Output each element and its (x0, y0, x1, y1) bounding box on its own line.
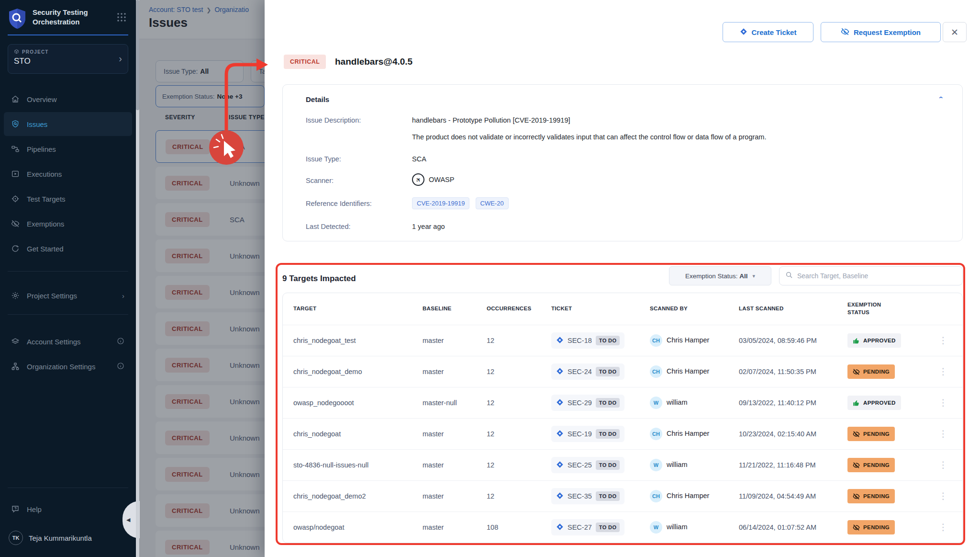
last-scanned-cell: 03/05/2024, 08:59:46 PM (739, 337, 847, 344)
sidebar-item-organization-settings[interactable]: Organization Settings (4, 354, 132, 378)
column-header: TICKET (551, 305, 604, 313)
scanned-by-cell: CHChris Hamper (650, 490, 739, 502)
sidebar-item-label: Pipelines (27, 145, 56, 153)
ticket-link[interactable]: SEC-25TO DO (551, 457, 624, 473)
sidebar-item-test-targets[interactable]: Test Targets (4, 187, 132, 211)
sidebar-item-issues[interactable]: Issues (4, 112, 132, 136)
sidebar-item-executions[interactable]: Executions (4, 162, 132, 186)
row-menu-button[interactable]: ⋮ (935, 432, 952, 436)
last-detected-value: 1 year ago (412, 223, 445, 230)
ticket-status-chip: TO DO (596, 523, 620, 532)
last-scanned-cell: 11/21/2022, 11:16:48 PM (739, 461, 847, 469)
baseline-cell: master (423, 461, 487, 469)
avatar: TK (9, 531, 23, 545)
sidebar-item-label: Get Started (27, 245, 64, 253)
avatar: W (650, 397, 662, 409)
scanner-name: OWASP (429, 176, 454, 183)
project-selector[interactable]: PROJECT STO › (8, 44, 128, 74)
exemption-status-badge: APPROVED (847, 396, 901, 410)
jira-diamond-icon (556, 336, 564, 345)
target-cell: owasp_nodegoooot (293, 399, 423, 407)
ticket-link[interactable]: SEC-19TO DO (551, 426, 624, 442)
sidebar-item-get-started[interactable]: Get Started (4, 237, 132, 261)
avatar: CH (650, 334, 662, 347)
row-menu-button[interactable]: ⋮ (935, 369, 952, 374)
chevron-right-icon: › (122, 292, 124, 300)
ticket-link[interactable]: SEC-18TO DO (551, 332, 624, 349)
search-input[interactable] (797, 272, 957, 280)
sidebar-item-pipelines[interactable]: Pipelines (4, 137, 132, 161)
column-header: TARGET (293, 305, 346, 313)
create-ticket-button[interactable]: Create Ticket (723, 22, 813, 42)
exemption-status-badge: PENDING (847, 489, 895, 503)
sidebar-item-exemptions[interactable]: Exemptions (4, 212, 132, 236)
sidebar-item-help[interactable]: Help (4, 497, 132, 521)
button-label: Request Exemption (854, 28, 921, 36)
table-row[interactable]: owasp/nodegoatmaster108SEC-27TO DOWwilli… (283, 512, 962, 543)
issue-description-line2: The product does not validate or incorre… (412, 133, 766, 141)
table-row[interactable]: chris_nodegoatmaster12SEC-19TO DOCHChris… (283, 418, 962, 449)
ticket-link[interactable]: SEC-27TO DO (551, 519, 624, 535)
column-header: BASELINE (423, 305, 475, 313)
target-cell: chris_nodegoat (293, 430, 423, 438)
column-header: LAST SCANNED (739, 305, 791, 313)
close-icon: ✕ (951, 27, 958, 38)
issue-type-label: Issue Type: (306, 155, 341, 163)
avatar: CH (650, 428, 662, 440)
row-menu-button[interactable]: ⋮ (935, 494, 952, 499)
target-cell: chris_nodegoat_test (293, 337, 423, 344)
row-menu-button[interactable]: ⋮ (935, 400, 952, 405)
ticket-id: SEC-24 (568, 368, 592, 375)
ticket-link[interactable]: SEC-35TO DO (551, 488, 624, 504)
issue-title: handlebars@4.0.5 (335, 57, 412, 67)
info-icon (117, 337, 124, 346)
eye-off-icon (853, 462, 860, 469)
chevron-up-icon[interactable]: ⌃ (938, 95, 944, 102)
table-row[interactable]: chris_nodegoat_demomaster12SEC-24TO DOCH… (283, 356, 962, 387)
jira-diamond-icon (556, 398, 564, 408)
org-chart-icon (11, 362, 20, 371)
scanner-value: ✈ OWASP (412, 173, 454, 186)
shield-search-icon (11, 120, 20, 128)
user-menu[interactable]: TK Teja Kummarikuntla (9, 531, 92, 545)
play-square-icon (11, 170, 20, 178)
table-row[interactable]: chris_nodegoat_demo2master12SEC-35TO DOC… (283, 480, 962, 512)
issue-type-value: SCA (412, 155, 426, 163)
baseline-cell: master (423, 523, 487, 531)
sidebar-item-label: Test Targets (27, 195, 66, 203)
search-icon (785, 271, 793, 281)
layers-icon (11, 337, 20, 346)
sidebar-item-label: Issues (27, 120, 47, 128)
ticket-link[interactable]: SEC-29TO DO (551, 395, 624, 411)
last-scanned-cell: 09/13/2022, 11:40:12 PM (739, 399, 847, 407)
rocket-circle-icon (11, 244, 20, 253)
ticket-id: SEC-29 (568, 399, 592, 407)
exemption-status-dropdown[interactable]: Exemption Status: All ▾ (669, 266, 771, 285)
table-row[interactable]: owasp_nodegooootmaster-null12SEC-29TO DO… (283, 387, 962, 418)
row-menu-button[interactable]: ⋮ (935, 338, 952, 343)
target-search[interactable] (779, 266, 963, 285)
sidebar-item-overview[interactable]: Overview (4, 87, 132, 111)
table-row[interactable]: sto-4836-null-issues-nullmaster12SEC-25T… (283, 449, 962, 480)
row-menu-button[interactable]: ⋮ (935, 463, 952, 467)
occurrences-cell: 12 (487, 399, 551, 407)
cwe-tag[interactable]: CWE-20 (476, 197, 509, 209)
target-cell: sto-4836-null-issues-null (293, 461, 423, 469)
row-menu-button[interactable]: ⋮ (935, 525, 952, 530)
close-button[interactable]: ✕ (943, 22, 967, 42)
request-exemption-button[interactable]: Request Exemption (821, 22, 941, 42)
scrollbar-thumb[interactable] (136, 0, 139, 110)
cve-tag[interactable]: CVE-2019-19919 (412, 197, 469, 209)
last-scanned-cell: 11/09/2024, 04:54:49 AM (739, 492, 847, 500)
ticket-link[interactable]: SEC-24TO DO (551, 364, 624, 380)
ticket-status-chip: TO DO (596, 367, 620, 376)
ticket-status-chip: TO DO (596, 429, 620, 439)
table-row[interactable]: chris_nodegoat_testmaster12SEC-18TO DOCH… (283, 325, 962, 356)
avatar: W (650, 459, 662, 471)
eye-off-icon (853, 524, 860, 531)
app-switcher-grid-icon[interactable] (117, 12, 126, 24)
target-cell: owasp/nodegoat (293, 523, 423, 531)
avatar: CH (650, 365, 662, 378)
sidebar-item-account-settings[interactable]: Account Settings (4, 330, 132, 353)
sidebar-item-project-settings[interactable]: Project Settings › (4, 284, 132, 307)
